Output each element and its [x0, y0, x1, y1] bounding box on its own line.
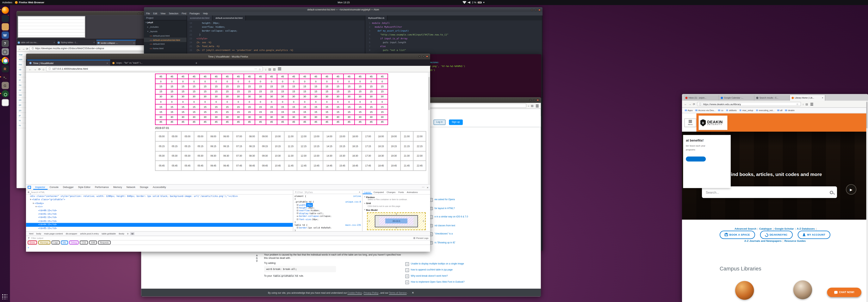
search-html-bar[interactable]: Search HTML — [26, 190, 293, 195]
cookie-close-icon[interactable]: ✕ — [412, 291, 414, 294]
breadcrumb-item[interactable]: td — [130, 232, 135, 235]
dock-item-chrome[interactable] — [1, 57, 8, 64]
related-question[interactable]: 1how to append css/html table in jsp pag… — [405, 268, 538, 272]
console-filter-info[interactable]: Info — [61, 241, 68, 245]
browser-tab[interactable]: Google Calendar -... — [719, 95, 754, 101]
sidebar-icon[interactable]: ▥ — [273, 67, 276, 70]
scrollbar[interactable] — [866, 101, 868, 302]
browser-tab[interactable]: Styling tables - L...× — [56, 40, 96, 45]
devtools-tab-performance[interactable]: Performance — [93, 185, 111, 190]
quick-link[interactable]: Resource Guides — [784, 239, 806, 242]
related-question[interactable]: 2ew asked for Opera — [429, 198, 538, 202]
library-search-input[interactable]: Search... — [702, 187, 837, 198]
menu-selection[interactable]: Selection — [169, 12, 178, 15]
button-book-a-space[interactable]: BOOK A SPACE — [720, 231, 755, 239]
layout-tab-animations[interactable]: Animations — [405, 190, 419, 194]
declaration-checkbox[interactable] — [297, 227, 298, 229]
console-filter-errors[interactable]: Errors — [28, 241, 37, 245]
minimize-button[interactable] — [531, 9, 533, 11]
maximize-button[interactable] — [142, 12, 144, 15]
download-icon[interactable]: ↓ — [528, 104, 529, 107]
browser-tab[interactable]: table cell css mo...× — [17, 40, 57, 45]
tree-item[interactable]: default-post.html — [144, 33, 187, 38]
related-question[interactable]: 6"checkboxes" is a — [429, 232, 538, 236]
dock-item-firefox[interactable] — [1, 6, 8, 13]
declaration-checkbox[interactable] — [297, 210, 298, 211]
bookmark-item[interactable]: mac_setup — [740, 109, 753, 112]
related-question[interactable]: 1e in a similar way on iOS 6 & 7.0 — [429, 215, 538, 219]
bookmark-item[interactable]: executing_not... — [756, 109, 775, 112]
rule-source-link[interactable]: inline — [353, 195, 361, 198]
add-rule-icon[interactable]: + — [359, 190, 361, 194]
url-bar[interactable]: ⓘhttps://developer.mozilla.org/en-US/doc… — [29, 46, 148, 51]
flexbox-section-header[interactable]: ▾Flexbox — [364, 195, 428, 199]
cookie-policy-link[interactable]: Cookie Policy — [347, 291, 362, 294]
twisty-icon[interactable]: ▼ — [33, 202, 34, 204]
devtools-tab-console[interactable]: Console — [47, 185, 61, 190]
dock-item-gimp[interactable]: G — [1, 82, 8, 89]
home-button[interactable]: ⌂ — [42, 67, 44, 70]
upvote-icon[interactable]: ▲ — [254, 254, 260, 257]
html-tree-node[interactable]: <div class="container" style="position: … — [26, 195, 293, 198]
related-question[interactable]: 6How to implement Open Sans Web Font in … — [405, 280, 538, 284]
url-bar[interactable]: ⓘ https://www.deakin.edu.au/library ☆ — [697, 102, 801, 106]
tab-close-icon[interactable]: × — [106, 62, 108, 64]
quick-link[interactable]: Google Scholar — [775, 227, 794, 230]
bookmark-star-icon[interactable]: ☆ — [796, 102, 799, 106]
css-declaration[interactable]: overflow: hidden; — [294, 209, 361, 212]
rule-source-link[interactable]: unique.css:8 — [345, 200, 361, 203]
dock-item-files[interactable] — [1, 23, 8, 30]
console-filter-debug[interactable]: Debug — [69, 241, 79, 245]
bookmark-star-icon[interactable]: ☆ — [258, 67, 261, 70]
suggestions-dropdown[interactable] — [18, 16, 85, 38]
devtools-close-icon[interactable]: × — [427, 186, 428, 189]
devtools-tab-memory[interactable]: Memory — [111, 185, 124, 190]
dock-item-texteditor[interactable] — [1, 99, 8, 106]
play-button[interactable]: ▶ — [846, 184, 857, 195]
tab-close-icon[interactable]: × — [133, 42, 134, 44]
titlebar[interactable]: default-screenshot-list.html — ~/src/wor… — [144, 7, 542, 11]
tab-close-icon[interactable]: × — [93, 41, 95, 43]
menu-icon[interactable] — [536, 104, 538, 107]
html-tree-node[interactable]: <td>00:15</td> — [26, 209, 293, 212]
tree-item[interactable]: default-screenshot-list.html — [144, 38, 187, 42]
close-button[interactable] — [426, 55, 428, 58]
menu-view[interactable]: View — [160, 12, 165, 15]
browser-tab[interactable]: Search results - C... — [754, 95, 790, 101]
layout-tab-changes[interactable]: Changes — [385, 190, 397, 194]
maximize-button[interactable] — [533, 99, 535, 101]
breadcrumb-item[interactable]: tr — [126, 232, 130, 235]
devtools-tab-network[interactable]: Network — [124, 185, 137, 190]
close-button[interactable] — [538, 9, 541, 11]
forward-button[interactable]: → — [689, 103, 691, 105]
scrollbar[interactable] — [428, 72, 430, 184]
editor-tab-ruby[interactable]: MyAssetFilter.rb — [365, 15, 388, 21]
editor-tab[interactable]: screenshot-list.html — [187, 15, 213, 21]
browser-tab[interactable]: Library Home | Lib...× — [790, 95, 826, 101]
new-tab-button[interactable]: + — [193, 60, 199, 66]
show-applications-button[interactable] — [2, 294, 8, 300]
campus-photo-2[interactable] — [793, 280, 812, 299]
tree-item[interactable]: default.html — [144, 42, 187, 46]
reload-button[interactable]: ⟳ — [693, 103, 695, 105]
menu-button[interactable]: Menu — [684, 118, 696, 127]
dock-item-mail[interactable] — [1, 15, 8, 22]
css-declaration[interactable]: border: 1px solid #a9a9a9; — [294, 226, 361, 229]
console-filter-requests[interactable]: Requests — [98, 241, 111, 245]
dock-item-atom[interactable] — [1, 91, 8, 98]
layout-tab-computed[interactable]: Computed — [372, 190, 385, 194]
minimize-button[interactable] — [529, 99, 532, 101]
twisty-icon[interactable]: ▼ — [35, 205, 37, 208]
filter-styles-bar[interactable]: Filter Styles + — [293, 190, 362, 194]
html-tree-node[interactable]: <td>02:15</td> — [26, 216, 293, 220]
related-question[interactable]: 0Unable to display multiple tooltips on … — [405, 262, 538, 266]
dock-item-ide[interactable]: R — [1, 65, 8, 72]
twisty-icon[interactable]: ▼ — [30, 198, 31, 201]
minimize-button[interactable] — [138, 12, 140, 15]
page-actions-icon[interactable]: ⋯ — [254, 68, 257, 70]
deakin-logo[interactable]: D DEAKINUNIVERSITY — [699, 115, 727, 130]
breadcrumb-item[interactable]: main.page-content — [42, 232, 64, 235]
grid-section-header[interactable]: ▾Grid — [364, 202, 428, 205]
terms-link[interactable]: Terms of Service — [389, 291, 406, 294]
console-filter-warnings[interactable]: Warnings — [38, 241, 51, 245]
